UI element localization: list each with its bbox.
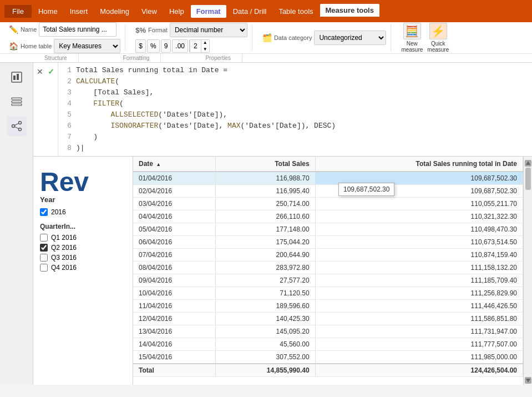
formula-line-1: 1 Total Sales running total in Date =: [63, 65, 528, 76]
scroll-up-arrow[interactable]: [525, 160, 531, 167]
home-table-field: 🏠 Home table Key Measures: [9, 39, 120, 53]
q1-2016-checkbox[interactable]: [40, 234, 48, 242]
svg-marker-12: [526, 379, 530, 383]
menu-modeling[interactable]: Modeling: [94, 5, 135, 18]
menu-measure-tools[interactable]: Measure tools: [320, 4, 379, 18]
percent-button[interactable]: %: [147, 39, 160, 53]
formula-line-7: 7 ): [63, 132, 528, 143]
cell-total-sales: 250,714.00: [215, 198, 315, 210]
home-table-label: Home table: [21, 43, 52, 49]
col-runningtotal-header: Total Sales running total in Date: [315, 157, 523, 172]
quick-measure-button[interactable]: ⚡ Quickmeasure: [427, 23, 449, 53]
main-area: ✕ ✓ 1 Total Sales running total in Date …: [0, 63, 532, 385]
scroll-thumb[interactable]: [525, 168, 531, 190]
cell-running-total: 110,673,514.50: [315, 236, 523, 249]
table-row: 14/04/201645,560.00111,777,507.00: [133, 338, 523, 351]
formula-close-button[interactable]: ✕: [36, 66, 44, 77]
cell-running-total: 111,446,426.50: [315, 300, 523, 313]
total-sales-value: 14,855,990.40: [215, 364, 315, 377]
data-category-select[interactable]: Uncategorized: [314, 31, 386, 45]
currency-button[interactable]: $: [135, 39, 146, 53]
menu-view[interactable]: View: [136, 5, 163, 18]
ribbon-sections: Structure Formatting Properties: [0, 54, 532, 63]
sidebar-model-icon[interactable]: [7, 116, 27, 136]
cell-running-total: 110,498,470.30: [315, 223, 523, 236]
cell-total-sales: 177,148.00: [215, 223, 315, 236]
cell-total-sales: 27,577.20: [215, 274, 315, 287]
new-measure-button[interactable]: 🧮 Newmeasure: [401, 23, 423, 53]
cell-total-sales: 175,044.20: [215, 236, 315, 249]
menu-insert[interactable]: Insert: [64, 5, 94, 18]
cell-date: 11/04/2016: [133, 300, 215, 313]
cell-date: 13/04/2016: [133, 325, 215, 338]
structure-section-label: Structure: [0, 54, 79, 62]
scroll-down-arrow[interactable]: [525, 377, 531, 384]
formula-editor: ✕ ✓ 1 Total Sales running total in Date …: [33, 63, 532, 157]
formula-content[interactable]: 1 Total Sales running total in Date = 2 …: [58, 63, 532, 156]
svg-line-10: [14, 127, 19, 129]
cell-running-total: 111,158,132.20: [315, 262, 523, 274]
format-buttons-row: $ % 9 .00 2 ▲ ▼: [135, 39, 247, 53]
table-row: 15/04/2016307,552.00111,985,000.00: [133, 351, 523, 364]
name-group: ✏️ Name 🏠 Home table Key Measures: [4, 24, 125, 51]
table-row: 06/04/2016175,044.20110,673,514.50: [133, 236, 523, 249]
year-2016-checkbox[interactable]: [40, 208, 48, 216]
data-category-field: 🗂️ Data category Uncategorized: [262, 31, 386, 45]
cell-date: 03/04/2016: [133, 198, 215, 210]
sidebar-data-icon[interactable]: [7, 92, 27, 112]
formula-line-4: 4 FILTER(: [63, 98, 528, 109]
new-measure-icon: 🧮: [403, 23, 421, 39]
menu-help[interactable]: Help: [164, 5, 190, 18]
formula-line-2: 2 CALCULATE(: [63, 76, 528, 87]
svg-rect-1: [13, 76, 16, 80]
table-row: 02/04/2016116,995.40109,687,502.30: [133, 185, 523, 198]
table-body: 01/04/2016116,988.70109,687,502.3002/04/…: [133, 172, 523, 364]
q3-2016-checkbox[interactable]: [40, 254, 48, 262]
cell-date: 15/04/2016: [133, 351, 215, 364]
cell-total-sales: 45,560.00: [215, 338, 315, 351]
data-category-icon: 🗂️: [262, 33, 272, 42]
formula-confirm-button[interactable]: ✓: [47, 66, 55, 77]
cell-running-total: 110,321,322.30: [315, 210, 523, 223]
scroll-indicator[interactable]: [523, 157, 532, 385]
calc-buttons: 🧮 Newmeasure ⚡ Quickmeasure: [401, 23, 449, 53]
stepper-down[interactable]: ▼: [201, 46, 209, 53]
table-row: 05/04/2016177,148.00110,498,470.30: [133, 223, 523, 236]
q2-2016-label: Q2 2016: [51, 244, 77, 252]
stepper-value: 2: [190, 40, 201, 52]
decimal-button[interactable]: .00: [172, 39, 188, 53]
table-wrapper[interactable]: Date ▲ Total Sales Total Sales running t…: [133, 157, 523, 385]
table-row: 10/04/201671,120.50111,256,829.90: [133, 287, 523, 300]
q1-2016-item: Q1 2016: [40, 234, 126, 242]
total-label: Total: [133, 364, 215, 377]
calculations-group: 🧮 Newmeasure ⚡ Quickmeasure: [397, 24, 453, 51]
comma-button[interactable]: 9: [161, 39, 171, 53]
decimal-stepper: 2 ▲ ▼: [189, 39, 210, 53]
menu-format[interactable]: Format: [191, 5, 226, 18]
q2-2016-checkbox[interactable]: [40, 244, 48, 252]
cell-total-sales: 71,120.50: [215, 287, 315, 300]
svg-point-7: [18, 122, 21, 124]
stepper-up[interactable]: ▲: [201, 39, 209, 46]
format-group: $% Format Decimal number $ % 9 .00 2 ▲ ▼: [131, 24, 252, 51]
menu-data-drill[interactable]: Data / Drill: [227, 5, 272, 18]
menu-home[interactable]: Home: [33, 5, 63, 18]
menu-table-tools[interactable]: Table tools: [273, 5, 318, 18]
q4-2016-checkbox[interactable]: [40, 264, 48, 272]
table-row: 12/04/2016140,425.30111,586,851.80: [133, 313, 523, 325]
cell-running-total: 111,185,709.40: [315, 274, 523, 287]
dollar-sign-icon: $%: [135, 26, 146, 34]
formatting-section-label: Formatting: [79, 54, 161, 62]
menu-file[interactable]: File: [4, 5, 32, 18]
q1-2016-label: Q1 2016: [51, 234, 77, 242]
cell-total-sales: 116,988.70: [215, 172, 315, 185]
sidebar-report-icon[interactable]: [7, 67, 27, 87]
home-table-select[interactable]: Key Measures: [54, 39, 120, 53]
format-select[interactable]: Decimal number: [170, 23, 247, 37]
stepper-arrows: ▲ ▼: [201, 39, 209, 53]
formula-line-8: 8 ): [63, 143, 528, 154]
svg-rect-4: [12, 101, 22, 103]
table-row: 03/04/2016250,714.00110,055,211.70: [133, 198, 523, 210]
properties-section-label: Properties: [161, 54, 242, 62]
name-input[interactable]: [39, 22, 116, 37]
